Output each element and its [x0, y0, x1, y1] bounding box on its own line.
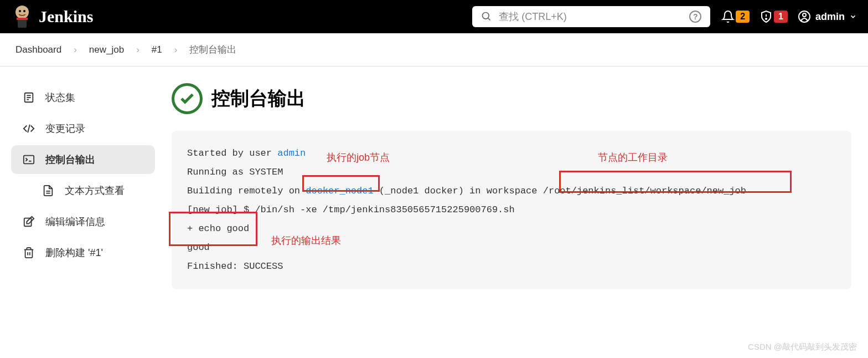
console-node-link[interactable]: docker_node1	[306, 186, 373, 196]
console-workspace-path: /root/jenkins_list/workspace/new_job	[543, 186, 746, 196]
svg-point-10	[803, 13, 806, 17]
svg-rect-4	[17, 18, 28, 20]
svg-point-8	[766, 18, 767, 19]
svg-point-5	[483, 13, 489, 19]
logo-area[interactable]: Jenkins	[11, 3, 93, 30]
console-line: Building remotely on docker_node1 (_node…	[187, 182, 836, 201]
console-line: Running as SYSTEM	[187, 163, 836, 182]
chevron-right-icon: ›	[174, 44, 178, 55]
sidebar-item-delete-build[interactable]: 删除构建 '#1'	[11, 238, 155, 267]
trash-icon	[22, 247, 35, 259]
sidebar-item-edit-build[interactable]: 编辑编译信息	[11, 207, 155, 236]
file-text-icon	[42, 185, 55, 197]
sidebar-item-changes[interactable]: 变更记录	[11, 114, 155, 143]
shield-icon	[760, 10, 773, 23]
console-output: Started by user admin Running as SYSTEM …	[172, 131, 851, 289]
svg-rect-16	[24, 156, 34, 164]
notifications-button[interactable]: 2	[721, 10, 750, 23]
console-line: good	[187, 238, 836, 257]
bell-icon	[721, 10, 735, 23]
sidebar-item-label: 变更记录	[45, 122, 85, 135]
header-bar: Jenkins ? 2 1 admin	[0, 0, 868, 33]
brand-text: Jenkins	[39, 7, 93, 26]
page-title: 控制台输出	[211, 86, 306, 111]
edit-icon	[22, 216, 35, 228]
svg-point-2	[23, 10, 25, 12]
terminal-icon	[22, 154, 35, 166]
alert-badge: 1	[774, 11, 788, 23]
sidebar: 状态集 变更记录 控制台输出 文本方式查看 编辑编译信息	[0, 83, 166, 289]
chevron-down-icon	[849, 13, 857, 21]
sidebar-item-label: 文本方式查看	[65, 184, 125, 197]
svg-point-1	[19, 10, 21, 12]
sidebar-item-console[interactable]: 控制台输出	[11, 145, 155, 174]
breadcrumb-build[interactable]: #1	[152, 44, 162, 55]
code-icon	[22, 122, 35, 135]
console-user-link[interactable]: admin	[277, 148, 306, 158]
console-line: [new_job] $ /bin/sh -xe /tmp/jenkins8350…	[187, 201, 836, 219]
help-icon[interactable]: ?	[689, 11, 701, 23]
console-line: Started by user admin	[187, 144, 836, 163]
user-menu[interactable]: admin	[798, 10, 857, 23]
svg-rect-3	[18, 19, 27, 28]
console-line: Finished: SUCCESS	[187, 257, 836, 276]
jenkins-logo-icon	[11, 3, 33, 30]
breadcrumb-current: 控制台输出	[189, 43, 236, 56]
document-icon	[22, 91, 35, 104]
svg-line-6	[488, 18, 490, 21]
chevron-right-icon: ›	[136, 44, 140, 55]
search-icon	[481, 11, 492, 22]
console-line: + echo good	[187, 219, 836, 238]
search-input[interactable]	[499, 11, 683, 23]
username-label: admin	[815, 11, 845, 23]
breadcrumb-job[interactable]: new_job	[89, 44, 124, 55]
notification-badge: 2	[736, 11, 750, 23]
svg-line-15	[28, 125, 30, 133]
sidebar-item-plain-text[interactable]: 文本方式查看	[11, 176, 155, 205]
breadcrumb: Dashboard › new_job › #1 › 控制台输出	[0, 33, 868, 67]
success-icon	[172, 83, 203, 114]
sidebar-item-status[interactable]: 状态集	[11, 83, 155, 112]
sidebar-item-label: 删除构建 '#1'	[45, 246, 103, 259]
breadcrumb-dashboard[interactable]: Dashboard	[16, 44, 61, 55]
search-box[interactable]: ?	[472, 6, 710, 27]
security-alerts-button[interactable]: 1	[760, 10, 788, 23]
svg-point-0	[16, 6, 29, 19]
content-area: 控制台输出 Started by user admin Running as S…	[166, 83, 868, 289]
sidebar-item-label: 控制台输出	[45, 153, 95, 166]
chevron-right-icon: ›	[74, 44, 77, 55]
sidebar-item-label: 状态集	[45, 91, 75, 104]
sidebar-item-label: 编辑编译信息	[45, 215, 105, 228]
user-icon	[798, 10, 811, 23]
